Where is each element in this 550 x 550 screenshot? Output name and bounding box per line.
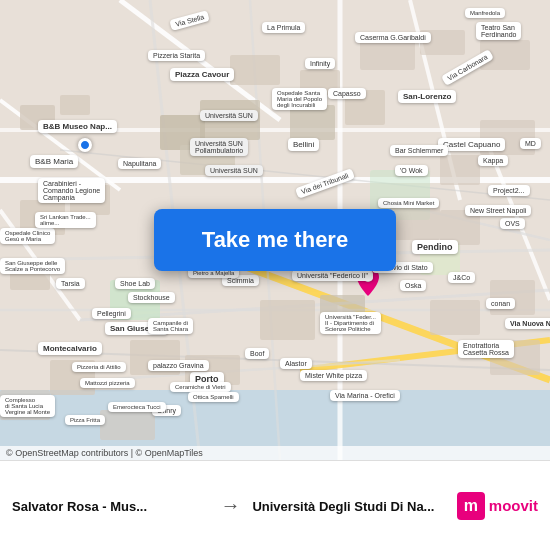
attribution-text: © OpenStreetMap contributors | © OpenMap…	[6, 448, 203, 458]
route-arrow: →	[216, 494, 244, 517]
map-label-project2: Project2...	[488, 185, 530, 196]
map-label-sangiuseppescalze: San Giuseppe delleScalze a Pontecorvo	[0, 258, 65, 274]
svg-rect-41	[260, 300, 315, 340]
map-label-pellegrini: Pellegrini	[92, 308, 131, 319]
svg-rect-26	[230, 55, 280, 85]
map-label-barschlemmer: Bar Schlemmer	[390, 145, 448, 156]
to-stop-name: Università Degli Studi Di Na...	[252, 499, 448, 514]
map-label-piazzacavour: Piazza Cavour	[170, 68, 234, 81]
map-label-manfredola: Manfredola	[465, 8, 505, 18]
map-label-bellini: Bellini	[288, 138, 319, 151]
map-label-pendino: Pendino	[412, 240, 458, 254]
svg-rect-37	[440, 155, 480, 185]
map-label-bb2: B&B Maria	[30, 155, 78, 168]
map-label-napulitana: Napulitana	[118, 158, 161, 169]
svg-rect-25	[60, 95, 90, 115]
from-stop-name: Salvator Rosa - Mus...	[12, 499, 208, 514]
take-me-there-button[interactable]: Take me there	[154, 209, 396, 271]
map-label-kappa: Kappa	[478, 155, 508, 166]
map-label-srilankan: Sri Lankan Trade...alime...	[35, 212, 96, 228]
from-stop: Salvator Rosa - Mus...	[12, 497, 208, 514]
moovit-logo: m moovit	[457, 492, 538, 520]
map-label-campanile: Campanile diSanta Chiara	[148, 318, 193, 334]
map-label-palazzo: palazzo Gravina	[148, 360, 209, 371]
svg-rect-51	[430, 300, 480, 335]
map-label-alastor: Alastor	[280, 358, 312, 369]
map-label-viamarina: Via Marina - Orefici	[330, 390, 400, 401]
map-label-unisun3: Università SUN	[205, 165, 263, 176]
map-label-ottica: Ottica Sparnelli	[188, 392, 239, 402]
map-label-unisun1: Università SUN	[200, 110, 258, 121]
map-label-boof: Boof	[245, 348, 269, 359]
map-label-laprimula: La Primula	[262, 22, 305, 33]
map-label-osk: Oska	[400, 280, 426, 291]
map-label-caserma: Caserma G.Garibaldi	[355, 32, 431, 43]
map-label-castellcapuano: Castel Capuano	[438, 138, 505, 151]
map-label-pizzafritta: Pizza Fritta	[65, 415, 105, 425]
map-label-bb: B&B Museo Nap...	[38, 120, 117, 133]
map-label-opedale: Ospedale ClinicoGesù e Maria	[0, 228, 55, 244]
map-label-dipartimento: Università "Feder...II - Dipartimento di…	[320, 312, 381, 334]
map-label-newstreet: New Street Napoli	[465, 205, 531, 216]
map-label-pizzeriastarita: Pizzeria Starita	[148, 50, 205, 61]
map-label-ceramiche: Ceramiche di Vietri	[170, 382, 231, 392]
map-label-emerocteca: Emerocteca Tucci	[108, 402, 166, 412]
moovit-wordmark: moovit	[489, 497, 538, 514]
map-label-conan: conan	[486, 298, 515, 309]
svg-rect-31	[290, 105, 335, 140]
to-stop: Università Degli Studi Di Na...	[252, 497, 448, 514]
map-label-complessosantaLucia: Complessodi Santa LuciaVergine al Monte	[0, 395, 55, 417]
map-container: B&B Museo Nap... B&B Maria Napulitana Vi…	[0, 0, 550, 460]
map-label-owok: 'O Wok	[395, 165, 428, 176]
map-label-tarsia: Tarsia	[56, 278, 85, 289]
map-label-md: MD	[520, 138, 541, 149]
map-label-pizzeriaattilio: Pizzeria di Attilio	[72, 362, 126, 372]
map-label-teatro: Teatro SanFerdinando	[476, 22, 521, 40]
svg-rect-50	[100, 410, 155, 440]
map-label-montecalvario: Montecalvario	[38, 342, 102, 355]
map-label-vianuovan: Via Nuova N...	[505, 318, 550, 329]
map-label-stockhouse: Stockhouse	[128, 292, 175, 303]
map-label-infinity: Infinity	[305, 58, 335, 69]
moovit-icon: m	[457, 492, 485, 520]
map-label-capasso: Capasso	[328, 88, 366, 99]
map-label-misterpizza: Mister White pizza	[300, 370, 367, 381]
map-label-shoelab: Shoe Lab	[115, 278, 155, 289]
app: B&B Museo Nap... B&B Maria Napulitana Vi…	[0, 0, 550, 550]
origin-marker	[78, 138, 92, 152]
map-label-ovs: OVS	[500, 218, 525, 229]
map-label-opedalesm: Ospedale SantaMaria del Popolodegli Incu…	[272, 88, 327, 110]
bottom-bar: Salvator Rosa - Mus... → Università Degl…	[0, 460, 550, 550]
svg-rect-33	[360, 40, 415, 70]
map-label-chosia: Chosia Mini Market	[378, 198, 439, 208]
map-label-jandco: J&Co	[448, 272, 475, 283]
map-label-unisun2: Università SUNPollambulatorio	[190, 138, 248, 156]
map-label-sanlorenzo: San-Lorenzo	[398, 90, 456, 103]
map-label-fed2: Università "Federico II"	[292, 270, 373, 281]
map-label-mattozzi: Mattozzi pizzeria	[80, 378, 135, 388]
map-label-carabinieri: Carabinieri -Comando LegioneCampania	[38, 178, 105, 203]
map-label-enotrattoria: EnotrattoriaCasetta Rossa	[458, 340, 514, 358]
attribution-bar: © OpenStreetMap contributors | © OpenMap…	[0, 446, 550, 460]
